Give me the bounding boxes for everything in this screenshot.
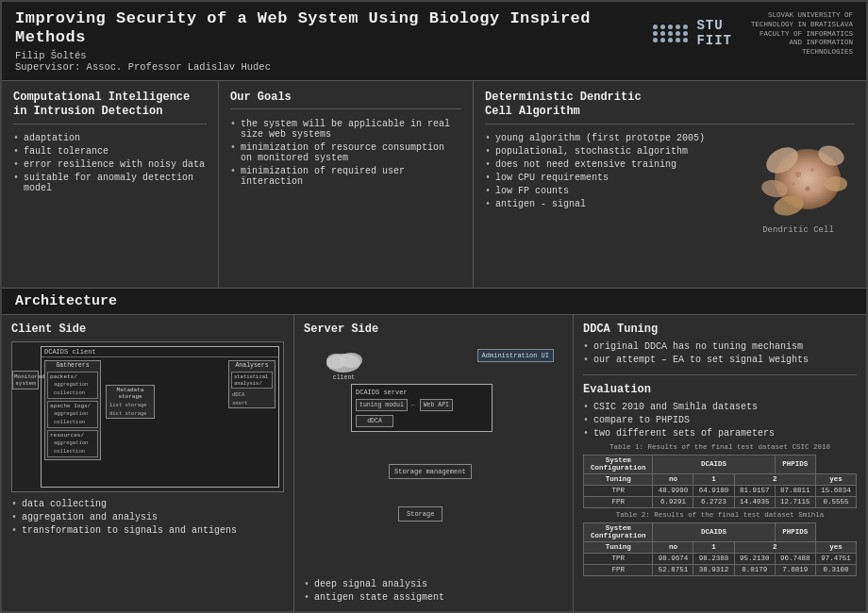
ddca-content: Deterministic DendriticCell Algorithm yo… bbox=[485, 91, 855, 278]
right-panel: DDCA Tuning original DDCA has no tuning … bbox=[574, 315, 866, 611]
ddca-bullet-6: antigen - signal bbox=[485, 198, 734, 211]
author-line: Filip Šoltés Supervisor: Assoc. Professo… bbox=[15, 50, 653, 73]
dcaids-server-box: DCAIDS server tuning modul ← Web API dDC… bbox=[351, 384, 492, 432]
eval-bullet-3: two different sets of parameters bbox=[583, 427, 857, 440]
dot7 bbox=[660, 31, 665, 36]
panel-goals: Our Goals the system will be applicable … bbox=[219, 81, 474, 288]
svg-point-6 bbox=[795, 172, 801, 177]
goals-panel-title: Our Goals bbox=[230, 91, 461, 110]
dot4 bbox=[676, 25, 680, 29]
header-right: STUFIIT SLOVAK UNIVERSITY OFTECHNOLOGY I… bbox=[653, 9, 853, 58]
collection-3: collection bbox=[50, 447, 95, 456]
evaluation-title: Evaluation bbox=[583, 383, 857, 396]
t2-tpr-label: TPR bbox=[584, 553, 653, 564]
t1-sh-1: 1 bbox=[693, 473, 734, 485]
ddca-tuning-section: DDCA Tuning original DDCA has no tuning … bbox=[583, 323, 857, 375]
tuning-modul-box: tuning modul bbox=[356, 399, 408, 411]
list-storage: list storage bbox=[107, 401, 154, 409]
dot13 bbox=[668, 38, 673, 42]
t2-sh-tuning: Tuning bbox=[584, 541, 653, 553]
metadata-storage-box: Metadata storage list storage dict stora… bbox=[106, 385, 155, 419]
dict-storage: dict storage bbox=[107, 409, 154, 418]
client-bullet-2: aggregation and analysis bbox=[11, 511, 284, 524]
server-side-panel: Server Side client bbox=[294, 315, 574, 611]
eval-bullet-2: compare to PHPIDS bbox=[583, 414, 857, 427]
dot15 bbox=[683, 38, 688, 42]
collection-1: collection bbox=[50, 389, 95, 397]
aggregation-3: aggregation bbox=[50, 439, 95, 447]
metadata-storage-label: Metadata storage bbox=[107, 386, 154, 401]
goals-bullet-list: the system will be applicable in real si… bbox=[230, 117, 461, 188]
goal-bullet-3: minimization of required user interactio… bbox=[230, 164, 461, 188]
server-diagram: client Administration UI DCAIDS server t… bbox=[304, 341, 563, 577]
t2-tpr-3: 95.2130 bbox=[734, 553, 775, 564]
ci-bullet-list: adaptation fault tolerance error resilie… bbox=[13, 132, 207, 195]
main-title: Improving Security of a Web System Using… bbox=[15, 9, 653, 48]
ddca-bullet-5: low FP counts bbox=[485, 185, 734, 198]
t2-h-dcaids: DCAIDS bbox=[653, 522, 775, 541]
t1-tpr-label: TPR bbox=[584, 485, 653, 496]
t1-tpr-1: 48.9990 bbox=[653, 485, 693, 496]
ddca-server-box: dDCA bbox=[356, 415, 393, 427]
t1-fpr-2: 6.2723 bbox=[693, 496, 734, 507]
arrow-right: ← bbox=[411, 401, 416, 409]
ddca-layout: young algorithm (first prototpe 2005) po… bbox=[485, 132, 855, 235]
t2-sh-1: 1 bbox=[693, 541, 734, 553]
packets-group: packets/ aggregation collection bbox=[47, 372, 98, 399]
table1-caption: Table 1: Results of the final test datas… bbox=[583, 443, 857, 451]
ci-bullet-3: error resilience with noisy data bbox=[13, 158, 207, 172]
ci-bullet-4: suitable for anomaly detection model bbox=[13, 172, 207, 195]
dendritic-cell-caption: Dendritic Cell bbox=[762, 225, 834, 235]
t1-fpr-label: FPR bbox=[584, 496, 653, 507]
t1-tpr-2: 64.9180 bbox=[693, 485, 734, 496]
table-row: FPR 52.8751 38.9312 8.0179 7.6819 0.3108 bbox=[584, 564, 857, 575]
analysers-label: Analysers bbox=[229, 361, 275, 370]
dot10 bbox=[683, 31, 688, 36]
apache-group: apache logs/ aggregation collection bbox=[47, 401, 98, 428]
ddca-tuning-bullets: original DDCA has no tuning mechanism ou… bbox=[583, 340, 857, 367]
goal-bullet-2: minimization of resource consumption on … bbox=[230, 141, 461, 164]
client-diagram: DCAIDS client Gatherers packets/ aggrega… bbox=[11, 341, 284, 492]
t1-tpr-5: 15.6034 bbox=[815, 485, 856, 496]
t2-fpr-2: 38.9312 bbox=[693, 564, 734, 575]
storage-box: Storage bbox=[398, 506, 442, 522]
client-side-panel: Client Side DCAIDS client Gatherers pack bbox=[2, 315, 294, 611]
client-cloud: client bbox=[323, 346, 365, 381]
client-side-title: Client Side bbox=[11, 323, 284, 336]
goal-bullet-1: the system will be applicable in real si… bbox=[230, 117, 461, 141]
server-bullet-1: deep signal analysis bbox=[304, 577, 563, 590]
server-bullet-2: antigen state assigment bbox=[304, 590, 563, 604]
university-full: SLOVAK UNIVERSITY OFTECHNOLOGY IN BRATIS… bbox=[740, 11, 853, 58]
table2-caption: Table 2: Results of the final test datas… bbox=[583, 511, 857, 519]
t1-h-phpids: PHPIDS bbox=[775, 455, 815, 473]
t2-h-phpids: PHPIDS bbox=[775, 522, 815, 541]
resources-label: resources/ bbox=[50, 432, 95, 439]
svg-point-8 bbox=[806, 186, 810, 191]
header: Improving Security of a Web System Using… bbox=[2, 2, 866, 81]
dcaids-server-label: DCAIDS server bbox=[356, 389, 488, 396]
dot14 bbox=[676, 38, 680, 42]
poster: Improving Security of a Web System Using… bbox=[0, 0, 868, 613]
t2-fpr-1: 52.8751 bbox=[653, 564, 693, 575]
client-bullet-3: transformation to signals and antigens bbox=[11, 524, 284, 538]
stat-analysis: statistical analysis/ bbox=[231, 372, 273, 389]
client-bullet-1: data collecting bbox=[11, 498, 284, 511]
packets-label: packets/ bbox=[50, 373, 95, 380]
tuning-bullet-1: original DDCA has no tuning mechanism bbox=[583, 340, 857, 354]
t1-sh-no: no bbox=[653, 473, 693, 485]
web-api-box: Web API bbox=[420, 399, 453, 411]
t1-sh-yes: yes bbox=[815, 473, 856, 485]
t1-fpr-3: 14.4035 bbox=[734, 496, 775, 507]
snort-label: snort bbox=[229, 399, 275, 407]
author-name: Filip Šoltés bbox=[15, 50, 87, 61]
architecture-header: Architecture bbox=[2, 289, 866, 315]
supervisor-line: Supervisor: Assoc. Professor Ladislav Hu… bbox=[15, 61, 271, 73]
ddca-image-section: Dendritic Cell bbox=[742, 132, 855, 235]
t2-fpr-3: 8.0179 bbox=[734, 564, 775, 575]
dot11 bbox=[653, 38, 658, 42]
table-row: TPR 98.9674 98.2388 95.2130 96.7488 97.4… bbox=[584, 553, 857, 564]
ddca-bullet-1: young algorithm (first prototpe 2005) bbox=[485, 132, 734, 145]
dot9 bbox=[676, 31, 680, 36]
svg-point-3 bbox=[825, 176, 847, 191]
ddca-text: young algorithm (first prototpe 2005) po… bbox=[485, 132, 734, 235]
